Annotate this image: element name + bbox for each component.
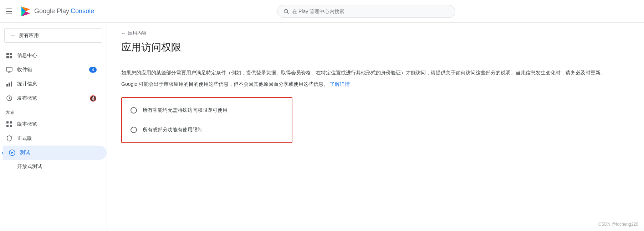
breadcrumb[interactable]: ← 应用内容 [121, 30, 630, 36]
apps-icon [6, 121, 13, 128]
logo-area: Google Play Console [20, 6, 94, 17]
svg-rect-7 [10, 53, 12, 55]
option2-label: 所有或部分功能有使用限制 [143, 127, 203, 133]
content-area: ← 应用内容 应用访问权限 如果您的应用的某些部分需要用户满足特定条件（例如，提… [107, 23, 644, 231]
sidebar-item-label: 发布概览 [17, 95, 37, 101]
top-header: Google Play Console [0, 0, 644, 23]
sidebar-item-version-overview[interactable]: 版本概览 [0, 117, 102, 131]
sidebar-section-publish: 发布 [0, 105, 107, 117]
sidebar-item-label: 测试 [20, 149, 30, 156]
active-arrow-icon: › [0, 146, 3, 160]
hamburger-menu[interactable] [6, 7, 14, 16]
info-text: Google 可能会出于审核应用的目的使用这些信息，但不会因其他原因而分享或使用… [121, 80, 630, 89]
svg-rect-22 [10, 125, 12, 127]
svg-rect-8 [6, 56, 9, 58]
sidebar-item-release-overview[interactable]: 发布概览 🔇 [0, 91, 102, 105]
sidebar-item-inbox[interactable]: 收件箱 4 [0, 63, 102, 77]
info-text-content: Google 可能会出于审核应用的目的使用这些信息，但不会因其他原因而分享或使用… [121, 81, 328, 87]
svg-rect-19 [6, 121, 9, 124]
radio-button-2[interactable] [131, 127, 137, 133]
sidebar: ← 所有应用 信息中心 收件 [0, 23, 107, 231]
logo-google-play: Google Play [34, 7, 69, 15]
clock-icon [6, 95, 13, 102]
back-arrow-icon: ← [10, 32, 16, 39]
option-no-restriction[interactable]: 所有功能均无需特殊访问权限即可使用 [122, 101, 292, 120]
sidebar-testing-row: › 测试 [0, 146, 107, 160]
sidebar-item-label: 版本概览 [17, 121, 37, 127]
watermark: CSDN @fqcheng220 [598, 222, 638, 227]
sidebar-item-label: 收件箱 [17, 67, 32, 73]
sidebar-item-label: 正式版 [17, 135, 32, 142]
svg-line-5 [287, 12, 288, 14]
logo-text: Google Play Console [34, 7, 94, 15]
sidebar-item-statistics[interactable]: 统计信息 [0, 77, 102, 91]
logo-console: Console [71, 7, 94, 15]
svg-marker-24 [11, 152, 14, 154]
sidebar-item-label: 开放式测试 [17, 163, 42, 170]
breadcrumb-text: 应用内容 [128, 30, 147, 36]
page-title: 应用访问权限 [121, 41, 630, 60]
no-signal-icon: 🔇 [90, 95, 97, 102]
sidebar-item-label: 统计信息 [17, 81, 37, 87]
play-circle-icon [9, 149, 16, 156]
sidebar-item-testing[interactable]: 测试 [3, 146, 107, 160]
sidebar-item-open-testing[interactable]: 开放式测试 [0, 160, 102, 173]
search-icon [283, 8, 289, 15]
grid-icon [6, 52, 13, 59]
svg-rect-9 [10, 56, 12, 58]
description-text: 如果您的应用的某些部分需要用户满足特定条件（例如，提供登录凭据、取得会员资格、在… [121, 69, 630, 77]
inbox-badge: 4 [89, 67, 97, 73]
monitor-icon [6, 66, 13, 73]
svg-rect-14 [9, 83, 10, 86]
radio-button-1[interactable] [131, 107, 137, 114]
svg-rect-6 [6, 53, 9, 55]
search-bar[interactable] [277, 5, 455, 18]
sidebar-item-label: 信息中心 [17, 52, 37, 59]
svg-rect-21 [6, 125, 9, 127]
sidebar-back-button[interactable]: ← 所有应用 [4, 28, 102, 43]
sidebar-back-label: 所有应用 [19, 32, 39, 39]
options-box: 所有功能均无需特殊访问权限即可使用 所有或部分功能有使用限制 [121, 97, 292, 143]
option-has-restriction[interactable]: 所有或部分功能有使用限制 [122, 120, 292, 140]
option1-label: 所有功能均无需特殊访问权限即可使用 [143, 107, 228, 114]
breadcrumb-arrow-icon: ← [121, 31, 126, 36]
shield-icon [6, 135, 13, 142]
bar-chart-icon [6, 80, 13, 88]
svg-rect-15 [11, 82, 12, 86]
svg-rect-20 [10, 121, 12, 124]
svg-rect-10 [6, 67, 12, 71]
search-input[interactable] [292, 9, 449, 14]
learn-more-link[interactable]: 了解详情 [330, 81, 350, 87]
sidebar-item-release[interactable]: 正式版 [0, 131, 102, 146]
sidebar-item-dashboard[interactable]: 信息中心 [0, 48, 102, 63]
svg-line-18 [9, 98, 10, 99]
play-logo-icon [20, 6, 31, 17]
svg-rect-13 [6, 84, 8, 86]
main-layout: ← 所有应用 信息中心 收件 [0, 23, 644, 231]
